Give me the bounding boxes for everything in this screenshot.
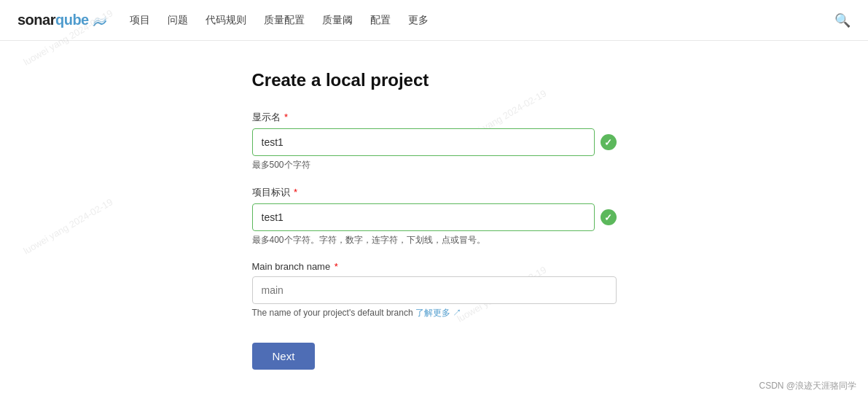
display-name-input[interactable] (252, 128, 595, 156)
search-icon[interactable]: 🔍 (834, 12, 851, 28)
project-key-input[interactable] (252, 203, 595, 231)
logo[interactable]: sonarqube (17, 12, 106, 28)
project-key-hint: 最多400个字符。字符，数字，连字符，下划线，点或冒号。 (252, 234, 617, 246)
required-star-key: * (292, 187, 298, 198)
required-star-display: * (282, 112, 289, 122)
nav-item-administration[interactable]: 配置 (370, 14, 391, 27)
nav-item-projects[interactable]: 项目 (130, 14, 150, 27)
logo-text: sonarqube (17, 12, 106, 28)
project-key-group: 项目标识 * 最多400个字符。字符，数字，连字符，下划线，点或冒号。 (252, 186, 617, 246)
nav-item-quality-gates[interactable]: 质量阈 (322, 14, 353, 27)
display-name-input-wrapper (252, 128, 617, 156)
display-name-valid-icon (601, 134, 617, 150)
branch-name-input-wrapper (252, 276, 617, 304)
nav-item-rules[interactable]: 代码规则 (206, 14, 246, 27)
display-name-label: 显示名 * (252, 111, 617, 124)
learn-more-link[interactable]: 了解更多 ↗ (415, 308, 461, 318)
navbar: sonarqube 项目 问题 代码规则 质量配置 质量阈 配置 更多 🔍 (0, 0, 868, 41)
branch-name-hint: The name of your project's default branc… (252, 307, 617, 319)
nav-links: 项目 问题 代码规则 质量配置 质量阈 配置 更多 (130, 14, 834, 27)
display-name-hint: 最多500个字符 (252, 159, 617, 171)
display-name-group: 显示名 * 最多500个字符 (252, 111, 617, 171)
footer-credit: CSDN @浪迹天涯骆同学 (759, 380, 856, 392)
next-button[interactable]: Next (252, 343, 316, 370)
page-title: Create a local project (252, 70, 617, 90)
required-star-branch: * (332, 261, 338, 272)
branch-name-label: Main branch name * (252, 261, 617, 272)
branch-name-input[interactable] (252, 276, 617, 304)
nav-item-quality-profiles[interactable]: 质量配置 (264, 14, 305, 27)
form-container: Create a local project 显示名 * 最多500个字符 项目… (252, 70, 617, 370)
branch-name-group: Main branch name * The name of your proj… (252, 261, 617, 319)
nav-item-issues[interactable]: 问题 (168, 14, 188, 27)
project-key-label: 项目标识 * (252, 186, 617, 199)
project-key-valid-icon (601, 209, 617, 225)
project-key-input-wrapper (252, 203, 617, 231)
main-content: Create a local project 显示名 * 最多500个字符 项目… (0, 41, 868, 399)
nav-item-more[interactable]: 更多 (408, 14, 429, 27)
